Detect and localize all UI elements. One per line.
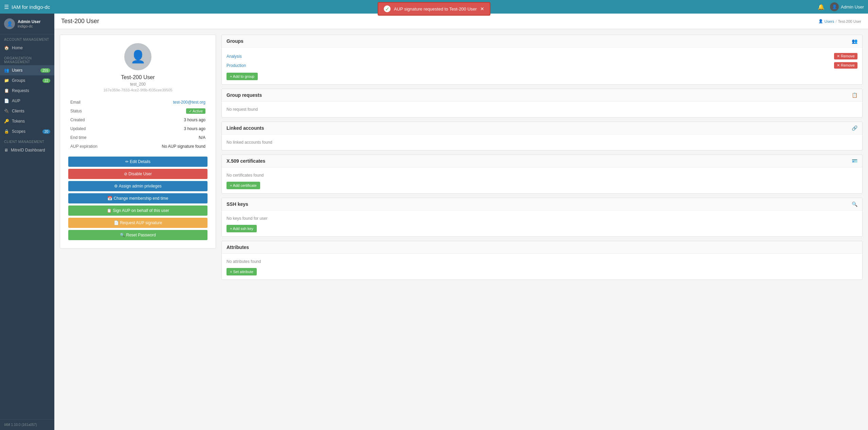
group-requests-body: No request found (222, 102, 862, 117)
sidebar-item-home[interactable]: 🏠 Home (0, 43, 54, 53)
request-aup-button[interactable]: 📄 Request AUP signature (68, 218, 207, 228)
clients-icon: 🔌 (4, 109, 9, 113)
app-title: IAM for indigo-dc (12, 4, 50, 10)
status-value: ✓ Active (107, 107, 207, 115)
reset-password-button[interactable]: 🔍 Reset Password (68, 230, 207, 240)
table-row-aup-expiration: AUP expiration No AUP signature found (69, 142, 207, 150)
groups-section-body: Analysis ✕ Remove Production ✕ Remove + … (222, 48, 862, 84)
status-label: Status (69, 107, 106, 115)
users-icon: 👥 (4, 68, 9, 73)
group-item-analysis: Analysis ✕ Remove (227, 52, 857, 61)
sidebar-item-groups[interactable]: 📁 Groups 22 (0, 75, 54, 86)
email-link[interactable]: test-200@test.org (173, 100, 205, 105)
admin-user-menu[interactable]: 👤 Admin User (830, 2, 864, 11)
ssh-keys-empty: No keys found for user (227, 215, 857, 222)
sidebar-user: 👤 Admin User indigo-dc (0, 14, 54, 34)
ssh-keys-icon: 🔍 (852, 201, 857, 207)
version-label: IAM 1.10.0 (161a057) (4, 423, 37, 427)
sidebar-section-org: Organization Management (0, 53, 54, 65)
groups-section-header: Groups 👥 (222, 35, 862, 48)
sign-aup-button[interactable]: 📋 Sign AUP on behalf of this user (68, 205, 207, 216)
linked-accounts-empty: No linked accounts found (227, 139, 857, 146)
group-requests-title: Group requests (227, 92, 262, 98)
assign-admin-button[interactable]: ⚙ Assign admin privileges (68, 181, 207, 191)
disable-user-button[interactable]: ⊘ Disable User (68, 169, 207, 179)
sidebar-item-groups-label: Groups (12, 78, 25, 83)
toast-close-button[interactable]: ✕ (480, 6, 484, 12)
change-membership-button[interactable]: 📅 Change membership end time (68, 193, 207, 203)
toast-notification: ✓ AUP signature requested to Test-200 Us… (378, 2, 490, 16)
linked-accounts-icon: 🔗 (852, 125, 857, 131)
avatar: 👤 (830, 2, 839, 11)
toast-message: AUP signature requested to Test-200 User (394, 6, 477, 12)
sidebar-item-clients[interactable]: 🔌 Clients (0, 106, 54, 116)
ssh-keys-title: SSH keys (227, 201, 248, 207)
hamburger-icon[interactable]: ☰ (4, 4, 9, 10)
end-time-value: N/A (107, 133, 207, 142)
mitreid-icon: 🖥 (4, 148, 8, 153)
edit-details-button[interactable]: ✏ Edit Details (68, 157, 207, 167)
set-attribute-button[interactable]: + Set attribute (227, 268, 257, 275)
sidebar-item-tokens[interactable]: 🔑 Tokens (0, 116, 54, 126)
groups-icon: 📁 (4, 78, 9, 83)
right-panel: Groups 👥 Analysis ✕ Remove Production ✕ … (221, 35, 863, 284)
admin-label: Admin User (841, 4, 864, 10)
updated-label: Updated (69, 125, 106, 133)
ssh-keys-header: SSH keys 🔍 (222, 198, 862, 211)
sidebar-section-account: Account Management (0, 34, 54, 43)
updated-value: 3 hours ago (107, 125, 207, 133)
user-info-table: Email test-200@test.org Status ✓ Active … (68, 97, 207, 151)
add-ssh-key-button[interactable]: + Add ssh key (227, 225, 257, 232)
table-row-created: Created 3 hours ago (69, 116, 207, 124)
sidebar-item-users[interactable]: 👥 Users 255 (0, 65, 54, 75)
groups-section-title: Groups (227, 38, 243, 44)
top-nav-right: 🔔 👤 Admin User (818, 2, 864, 11)
add-certificate-button[interactable]: + Add certificate (227, 182, 260, 189)
sidebar-item-aup[interactable]: 📄 AUP (0, 96, 54, 106)
aup-expiration-label: AUP expiration (69, 142, 106, 150)
x509-empty: No certificates found (227, 172, 857, 179)
user-username: test_200 (68, 82, 207, 87)
x509-body: No certificates found + Add certificate (222, 167, 862, 193)
user-uuid: 167e359e-7833-4ce2-9f8b-f035cee39505 (68, 88, 207, 92)
page-title: Test-200 User (61, 18, 99, 25)
groups-section-icon: 👥 (852, 38, 857, 44)
sidebar-item-scopes[interactable]: 🔒 Scopes 20 (0, 126, 54, 137)
x509-icon: 🪪 (852, 158, 857, 164)
sidebar-item-home-label: Home (12, 46, 23, 50)
requests-icon: 📋 (4, 88, 9, 93)
sidebar-item-mitreid[interactable]: 🖥 MitreID Dashboard (0, 145, 54, 155)
page-header: Test-200 User 👤 Users / Test-200 User (54, 14, 868, 29)
breadcrumb-current: Test-200 User (838, 19, 861, 23)
sidebar: 👤 Admin User indigo-dc Account Managemen… (0, 14, 54, 430)
add-to-group-button[interactable]: + Add to group (227, 73, 258, 80)
top-navbar: ☰ IAM for indigo-dc ✓ AUP signature requ… (0, 0, 868, 14)
aup-icon: 📄 (4, 98, 9, 103)
sidebar-item-scopes-label: Scopes (12, 129, 25, 134)
sidebar-item-users-label: Users (12, 68, 22, 73)
scopes-badge: 20 (42, 129, 50, 134)
group-analysis-link[interactable]: Analysis (227, 54, 242, 59)
sidebar-item-aup-label: AUP (12, 98, 20, 103)
x509-header: X.509 certificates 🪪 (222, 155, 862, 167)
sidebar-user-text: Admin User indigo-dc (18, 19, 40, 28)
remove-production-button[interactable]: ✕ Remove (834, 62, 857, 69)
group-item-production: Production ✕ Remove (227, 61, 857, 70)
breadcrumb-users-link[interactable]: Users (825, 19, 834, 23)
table-row-email: Email test-200@test.org (69, 98, 207, 106)
x509-section: X.509 certificates 🪪 No certificates fou… (221, 155, 863, 194)
notification-bell-icon[interactable]: 🔔 (818, 4, 825, 10)
breadcrumb-separator: / (835, 19, 836, 23)
app-brand: ☰ IAM for indigo-dc (4, 4, 50, 10)
group-production-link[interactable]: Production (227, 63, 246, 68)
table-row-updated: Updated 3 hours ago (69, 125, 207, 133)
left-panel: 👤 Test-200 User test_200 167e359e-7833-4… (60, 35, 216, 284)
breadcrumb: 👤 Users / Test-200 User (818, 19, 861, 23)
sidebar-item-requests[interactable]: 📋 Requests (0, 86, 54, 96)
sidebar-avatar: 👤 (4, 18, 15, 29)
main-layout: 👤 Admin User indigo-dc Account Managemen… (0, 14, 868, 430)
remove-analysis-button[interactable]: ✕ Remove (834, 53, 857, 59)
table-row-status: Status ✓ Active (69, 107, 207, 115)
attributes-section: Attributes No attributes found + Set att… (221, 241, 863, 280)
created-label: Created (69, 116, 106, 124)
